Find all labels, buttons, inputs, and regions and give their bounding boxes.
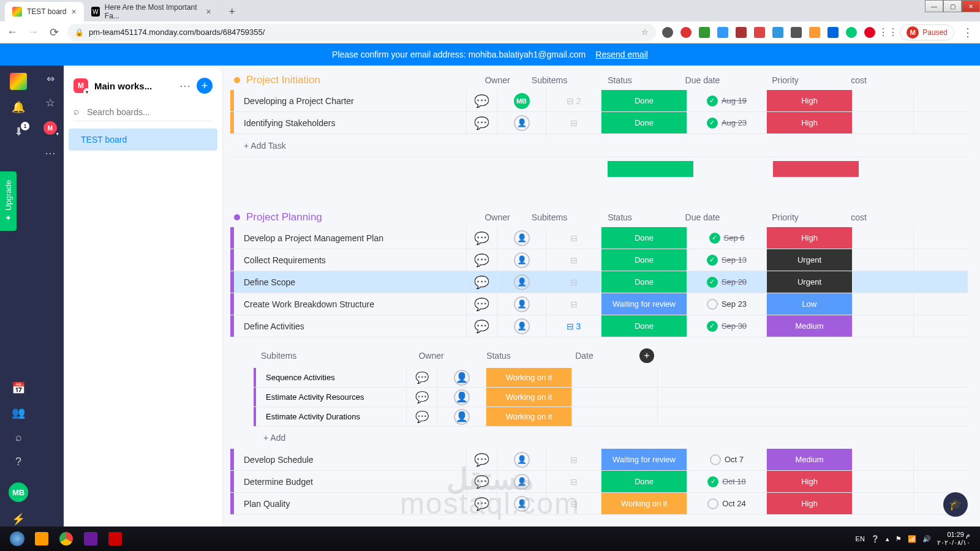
subitem-row[interactable]: Estimate Activity Resources 💬 👤 Working …: [254, 388, 968, 407]
owner-cell[interactable]: 👤: [497, 493, 546, 514]
reload-button[interactable]: ⟳: [47, 25, 61, 40]
chat-icon[interactable]: 💬: [407, 407, 437, 426]
priority-cell[interactable]: Medium: [767, 449, 853, 470]
subitem-date[interactable]: [572, 388, 658, 407]
subitems-cell[interactable]: ⊟ 3: [546, 315, 601, 337]
priority-cell[interactable]: Medium: [767, 315, 853, 337]
subitems-icon[interactable]: ⊟ 2: [567, 96, 581, 106]
owner-cell[interactable]: 👤: [497, 293, 546, 315]
task-name[interactable]: Plan Quality: [234, 493, 467, 514]
maximize-button[interactable]: ▢: [943, 0, 962, 12]
calendar-icon[interactable]: 📅: [11, 381, 26, 395]
task-row[interactable]: Plan Quality 💬 👤 ⊟ Working on it Oct 24 …: [230, 493, 968, 515]
ext-icon[interactable]: [809, 27, 820, 38]
subitem-name[interactable]: Estimate Activity Durations: [256, 407, 407, 426]
group-title[interactable]: Project Initiation: [246, 74, 473, 86]
owner-cell[interactable]: 👤: [497, 249, 546, 271]
owner-cell[interactable]: 👤: [497, 471, 546, 492]
subitem-status[interactable]: Working on it: [486, 407, 572, 426]
close-window-button[interactable]: ✕: [962, 0, 980, 12]
priority-cell[interactable]: High: [767, 471, 853, 492]
collapse-icon[interactable]: ⇔: [47, 73, 55, 84]
workspace-icon[interactable]: M: [74, 78, 88, 93]
start-button[interactable]: [5, 528, 29, 550]
chrome-icon[interactable]: [54, 528, 78, 550]
status-cell[interactable]: Done: [601, 471, 687, 492]
due-cell[interactable]: ✓Sep 20: [687, 271, 767, 293]
bell-icon[interactable]: 🔔: [11, 100, 26, 114]
subitem-owner[interactable]: 👤: [437, 388, 486, 407]
ext-icon[interactable]: [827, 27, 839, 38]
task-row[interactable]: Developing a Project Charter 💬 MB ⊟ 2 Do…: [230, 90, 968, 112]
owner-cell[interactable]: 👤: [497, 227, 546, 249]
subitems-icon[interactable]: ⊟: [570, 255, 578, 265]
task-name[interactable]: Define Activities: [234, 315, 467, 337]
task-row[interactable]: Determine Budget 💬 👤 ⊟ Done ✓Oct 18 High: [230, 471, 968, 493]
chat-icon[interactable]: 💬: [467, 271, 497, 293]
cost-cell[interactable]: [853, 112, 914, 133]
ext-icon[interactable]: [662, 27, 673, 38]
priority-cell[interactable]: High: [767, 112, 853, 133]
task-row[interactable]: Develop a Project Management Plan 💬 👤 ⊟ …: [230, 227, 968, 249]
status-cell[interactable]: Done: [601, 227, 687, 249]
task-row[interactable]: Develop Schedule 💬 👤 ⊟ Waiting for revie…: [230, 449, 968, 471]
subitem-row[interactable]: Sequence Activities 💬 👤 Working on it: [254, 368, 968, 388]
flag-icon[interactable]: ⚑: [895, 535, 902, 543]
cost-cell[interactable]: [853, 271, 914, 293]
search-boards-input[interactable]: [74, 103, 213, 121]
user-avatar[interactable]: MB: [9, 482, 28, 502]
cost-cell[interactable]: [853, 249, 914, 271]
task-name[interactable]: Create Work Breakdown Structure: [234, 293, 467, 315]
subitems-icon[interactable]: ⊟: [570, 477, 578, 487]
task-row[interactable]: Identifying Stakeholders 💬 👤 ⊟ Done ✓Aug…: [230, 112, 968, 134]
search-icon[interactable]: ⌕: [11, 430, 26, 444]
owner-empty-icon[interactable]: 👤: [514, 115, 530, 131]
tray-icon[interactable]: ❔: [871, 535, 880, 543]
subitems-cell[interactable]: ⊟: [546, 449, 601, 470]
chat-icon[interactable]: 💬: [467, 493, 497, 514]
task-row[interactable]: Create Work Breakdown Structure 💬 👤 ⊟ Wa…: [230, 293, 968, 315]
priority-cell[interactable]: High: [767, 227, 853, 249]
add-task-row[interactable]: + Add Task: [230, 134, 968, 157]
subitem-status[interactable]: Working on it: [486, 368, 572, 387]
star-icon[interactable]: ☆: [641, 28, 649, 37]
ext-icon[interactable]: [736, 27, 747, 38]
chat-icon[interactable]: 💬: [407, 368, 437, 387]
subitem-owner[interactable]: 👤: [437, 407, 486, 426]
new-tab-button[interactable]: +: [224, 3, 241, 20]
cost-cell[interactable]: [853, 471, 914, 492]
owner-empty-icon[interactable]: 👤: [514, 318, 530, 334]
task-name[interactable]: Developing a Project Charter: [234, 90, 467, 111]
subitems-cell[interactable]: ⊟: [546, 293, 601, 315]
priority-cell[interactable]: Urgent: [767, 249, 853, 271]
chat-icon[interactable]: 💬: [467, 227, 497, 249]
priority-cell[interactable]: Low: [767, 293, 853, 315]
volume-icon[interactable]: 🔊: [922, 535, 931, 543]
ext-icon[interactable]: [772, 27, 783, 38]
subitem-date[interactable]: [572, 407, 658, 426]
subitems-cell[interactable]: ⊟ 2: [546, 90, 601, 111]
subitems-icon[interactable]: ⊟: [570, 455, 578, 465]
back-button[interactable]: ←: [5, 25, 20, 40]
chat-icon[interactable]: 💬: [467, 90, 497, 111]
subitem-row[interactable]: Estimate Activity Durations 💬 👤 Working …: [254, 407, 968, 427]
cost-cell[interactable]: [853, 449, 914, 470]
add-subitem[interactable]: + Add: [254, 427, 968, 449]
subitems-icon[interactable]: ⊟: [570, 299, 578, 309]
status-cell[interactable]: Done: [601, 112, 687, 133]
status-cell[interactable]: Done: [601, 249, 687, 271]
subitems-icon[interactable]: ⊟: [570, 499, 578, 509]
upgrade-button[interactable]: ✦ Upgrade: [0, 171, 17, 231]
due-cell[interactable]: ✓Sep 30: [687, 315, 767, 337]
language-indicator[interactable]: EN: [856, 535, 865, 542]
priority-cell[interactable]: High: [767, 493, 853, 514]
profile-badge[interactable]: M Paused: [900, 24, 954, 40]
due-cell[interactable]: ✓Oct 18: [687, 471, 767, 492]
help-icon[interactable]: ?: [11, 454, 26, 469]
status-cell[interactable]: Done: [601, 90, 687, 111]
subitems-icon[interactable]: ⊟: [570, 277, 578, 287]
chat-icon[interactable]: 💬: [467, 449, 497, 470]
owner-empty-icon[interactable]: 👤: [514, 230, 530, 246]
due-cell[interactable]: Oct 24: [687, 493, 767, 514]
subitem-name[interactable]: Estimate Activity Resources: [256, 388, 407, 407]
